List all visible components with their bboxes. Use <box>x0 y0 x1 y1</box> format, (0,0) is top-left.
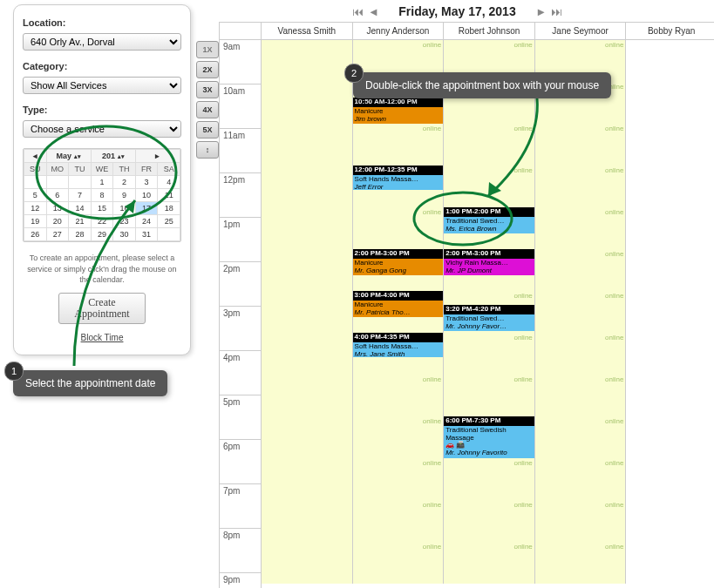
mini-cal-day[interactable]: 19 <box>24 215 47 228</box>
category-select[interactable]: Show All Services <box>23 77 181 94</box>
appointment[interactable]: 12:00 PM-12:35 PMSoft Hands Massa…Jeff E… <box>353 166 444 190</box>
mini-cal-day[interactable]: 11 <box>158 189 180 202</box>
online-tag: online <box>513 543 532 551</box>
mini-cal-day[interactable]: 4 <box>158 176 180 189</box>
mini-cal-month-stepper[interactable]: ▴▾ <box>74 153 81 159</box>
create-appointment-button[interactable]: Create Appointment <box>58 293 146 324</box>
schedule-grid[interactable]: 9am10am11am12pm1pm2pm3pm4pm5pm6pm7pm8pm9… <box>220 40 714 588</box>
time-slot-label: 3pm <box>220 307 262 351</box>
mini-cal-day[interactable]: 12 <box>24 202 47 215</box>
mini-cal-day[interactable]: 20 <box>46 215 69 228</box>
mini-cal-day[interactable]: 9 <box>113 189 136 202</box>
appointment-client: Ms. Erica Brown <box>445 226 533 233</box>
day-column[interactable] <box>262 40 353 584</box>
mini-cal-prev-month[interactable]: ◂ <box>24 150 47 163</box>
zoom-button-2X[interactable]: 2X <box>196 61 219 78</box>
prev-week-icon[interactable]: ⏮ <box>351 5 364 17</box>
mini-cal-day[interactable]: 28 <box>69 228 92 241</box>
mini-cal-day[interactable]: 10 <box>135 189 158 202</box>
type-select[interactable]: Choose a service <box>23 120 181 138</box>
appointment-body: Soft Hands Massa…Mrs. Jane Smith <box>353 342 444 357</box>
appointment[interactable]: 2:00 PM-3:00 PMManicureMr. Ganga Gong <box>353 249 444 284</box>
zoom-button-↕[interactable]: ↕ <box>196 141 219 159</box>
next-week-icon[interactable]: ⏭ <box>551 5 563 17</box>
location-select[interactable]: 640 Orly Av., Dorval <box>23 33 181 51</box>
mini-cal-day[interactable]: 17 <box>135 202 158 215</box>
mini-cal-day[interactable]: 7 <box>69 189 92 202</box>
appointment-service: Traditional Swedish Massage <box>445 427 533 443</box>
staff-header-row: Vanessa SmithJenny AndersonRobert Johnso… <box>220 23 714 40</box>
online-tag: online <box>605 334 623 341</box>
appointment[interactable]: 2:00 PM-3:00 PMVichy Rain Massa…Mr. JP D… <box>444 249 534 284</box>
mini-calendar[interactable]: ◂ May ▴▾ 201 ▴▾ ▸ SUMOTUWETHFRSA 1234567… <box>23 148 181 242</box>
day-column[interactable]: onlineonlineonlineonlineonlineonlineonli… <box>535 40 627 584</box>
mini-cal-day[interactable]: 24 <box>135 215 158 228</box>
mini-cal-day[interactable]: 8 <box>91 189 113 202</box>
time-slot-label: 4pm <box>220 351 262 395</box>
zoom-button-3X[interactable]: 3X <box>196 81 219 98</box>
mini-cal-day[interactable]: 18 <box>158 202 180 215</box>
appointment-time: 2:00 PM-3:00 PM <box>444 249 534 259</box>
staff-header[interactable]: Jenny Anderson <box>353 23 445 39</box>
mini-cal-day[interactable]: 30 <box>113 228 136 241</box>
time-slot-label: 10am <box>220 84 262 129</box>
online-tag: online <box>605 125 623 132</box>
mini-cal-day[interactable]: 14 <box>69 202 92 215</box>
mini-cal-next-month[interactable]: ▸ <box>135 150 180 163</box>
next-day-icon[interactable]: ► <box>535 5 547 17</box>
appointment-time: 2:00 PM-3:00 PM <box>353 249 444 259</box>
appointment[interactable]: 3:00 PM-4:00 PMManicureMr. Patricia Tho… <box>353 291 444 326</box>
online-tag: online <box>423 459 441 467</box>
time-slot-label: 5pm <box>220 395 262 440</box>
appointment-client: Jeff Error <box>355 184 442 190</box>
appointment[interactable]: 3:20 PM-4:20 PMTraditional Swed…Mr. John… <box>444 305 534 340</box>
mini-cal-day[interactable]: 31 <box>135 228 158 241</box>
mini-cal-day[interactable]: 29 <box>91 228 113 241</box>
zoom-button-1X[interactable]: 1X <box>196 41 219 58</box>
appointment-client: Jim brown <box>355 116 442 124</box>
staff-header[interactable]: Bobby Ryan <box>626 23 714 39</box>
appointment[interactable]: 1:00 PM-2:00 PMTraditional Swed…Ms. Eric… <box>444 207 534 242</box>
mini-cal-day[interactable]: 3 <box>135 176 158 189</box>
staff-header[interactable]: Robert Johnson <box>444 23 535 39</box>
mini-cal-day[interactable]: 13 <box>46 202 69 215</box>
mini-cal-day[interactable]: 2 <box>113 176 136 189</box>
mini-cal-day[interactable]: 27 <box>46 228 69 241</box>
day-column[interactable] <box>626 40 714 584</box>
online-tag: online <box>423 375 441 383</box>
mini-cal-day[interactable]: 6 <box>46 189 69 202</box>
appointment-time: 12:00 PM-12:35 PM <box>353 166 444 175</box>
mini-cal-month: May <box>57 152 72 160</box>
mini-cal-day[interactable]: 16 <box>113 202 136 215</box>
online-tag: online <box>423 501 441 509</box>
instruction-step-1: 1 Select the appointment date <box>13 370 167 396</box>
block-time-link[interactable]: Block Time <box>23 333 181 342</box>
day-column[interactable]: onlineonlineonlineonlineonlineonlineonli… <box>444 40 535 584</box>
time-slot-label: 11am <box>220 129 262 173</box>
zoom-button-4X[interactable]: 4X <box>196 101 219 118</box>
appointment[interactable]: 10:50 AM-12:00 PMManicureJim brown <box>353 98 444 157</box>
appointment[interactable]: 6:00 PM-7:30 PMTraditional Swedish Massa… <box>444 416 534 479</box>
zoom-button-5X[interactable]: 5X <box>196 121 219 139</box>
mini-cal-day[interactable]: 23 <box>113 215 136 228</box>
mini-cal-dow: FR <box>135 163 158 176</box>
appointment-client: Mr. Johnny Favor… <box>445 323 533 331</box>
staff-header[interactable]: Jane Seymoor <box>535 23 627 39</box>
day-column[interactable]: onlineonlineonlineonlineonlineonlineonli… <box>353 40 445 584</box>
mini-cal-day[interactable]: 21 <box>69 215 92 228</box>
time-column: 9am10am11am12pm1pm2pm3pm4pm5pm6pm7pm8pm9… <box>220 40 262 588</box>
online-tag: online <box>605 501 623 509</box>
mini-cal-day[interactable]: 1 <box>91 176 113 189</box>
staff-header[interactable]: Vanessa Smith <box>262 23 353 39</box>
mini-cal-day[interactable]: 26 <box>24 228 47 241</box>
mini-cal-year-stepper[interactable]: ▴▾ <box>118 153 125 159</box>
mini-cal-day[interactable]: 5 <box>24 189 47 202</box>
mini-cal-day[interactable]: 15 <box>91 202 113 215</box>
online-tag: online <box>605 543 623 551</box>
location-label: Location: <box>23 17 181 28</box>
mini-cal-day[interactable]: 25 <box>158 215 180 228</box>
prev-day-icon[interactable]: ◄ <box>367 5 379 17</box>
mini-cal-day[interactable]: 22 <box>91 215 113 228</box>
appointment[interactable]: 4:00 PM-4:35 PMSoft Hands Massa…Mrs. Jan… <box>353 333 444 357</box>
appointment-client: Mr. Ganga Gong <box>355 267 442 275</box>
